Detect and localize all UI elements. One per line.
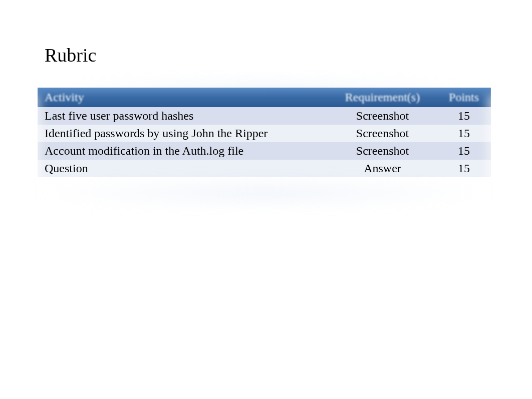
header-points: Points (437, 88, 491, 107)
table-row: Account modification in the Auth.log fil… (38, 142, 491, 160)
cell-points: 15 (437, 142, 491, 160)
cell-requirement: Screenshot (328, 125, 437, 142)
blur-decoration-bottom (30, 180, 498, 205)
cell-points: 15 (437, 160, 491, 177)
cell-activity: Account modification in the Auth.log fil… (38, 142, 328, 160)
table-row: Question Answer 15 (38, 160, 491, 177)
rubric-table: Activity Requirement(s) Points Last five… (38, 88, 491, 177)
cell-points: 15 (437, 107, 491, 125)
header-activity: Activity (38, 88, 328, 107)
cell-requirement: Answer (328, 160, 437, 177)
table-header-row: Activity Requirement(s) Points (38, 88, 491, 107)
table-row: Last five user password hashes Screensho… (38, 107, 491, 125)
rubric-table-wrapper: Activity Requirement(s) Points Last five… (38, 88, 491, 177)
header-requirement: Requirement(s) (328, 88, 437, 107)
table-row: Identified passwords by using John the R… (38, 125, 491, 142)
cell-activity: Last five user password hashes (38, 107, 328, 125)
cell-requirement: Screenshot (328, 107, 437, 125)
page-title: Rubric (45, 44, 96, 66)
cell-requirement: Screenshot (328, 142, 437, 160)
cell-activity: Identified passwords by using John the R… (38, 125, 328, 142)
cell-points: 15 (437, 125, 491, 142)
cell-activity: Question (38, 160, 328, 177)
